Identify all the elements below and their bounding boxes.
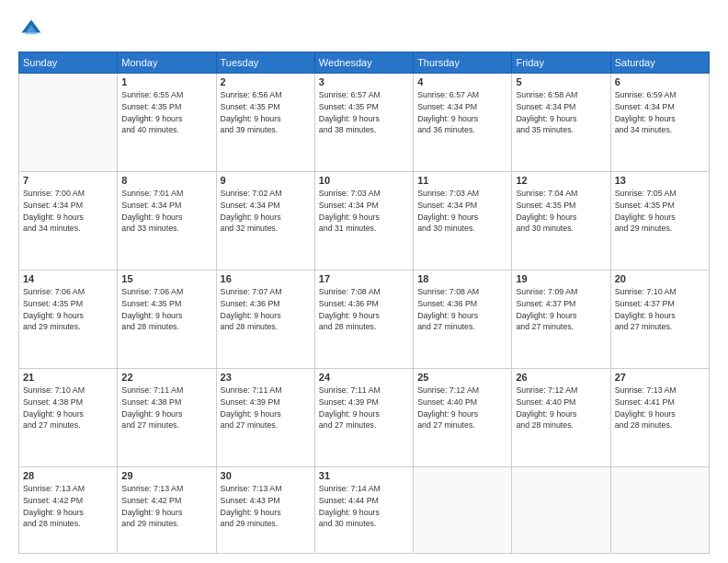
day-info: Sunrise: 7:08 AM Sunset: 4:36 PM Dayligh… bbox=[417, 286, 507, 333]
calendar-cell: 28Sunrise: 7:13 AM Sunset: 4:42 PM Dayli… bbox=[19, 467, 118, 554]
day-info: Sunrise: 7:02 AM Sunset: 4:34 PM Dayligh… bbox=[221, 188, 311, 235]
calendar-cell: 23Sunrise: 7:11 AM Sunset: 4:39 PM Dayli… bbox=[216, 369, 314, 467]
col-header-tuesday: Tuesday bbox=[216, 52, 314, 74]
calendar-cell: 10Sunrise: 7:03 AM Sunset: 4:34 PM Dayli… bbox=[314, 172, 413, 270]
day-info: Sunrise: 7:13 AM Sunset: 4:41 PM Dayligh… bbox=[615, 385, 705, 431]
calendar-cell: 18Sunrise: 7:08 AM Sunset: 4:36 PM Dayli… bbox=[414, 270, 512, 369]
day-info: Sunrise: 7:06 AM Sunset: 4:35 PM Dayligh… bbox=[23, 286, 113, 333]
day-number: 18 bbox=[417, 273, 507, 284]
calendar-cell bbox=[414, 467, 512, 554]
day-number: 4 bbox=[417, 76, 507, 87]
day-info: Sunrise: 7:06 AM Sunset: 4:35 PM Dayligh… bbox=[121, 286, 211, 333]
header bbox=[18, 17, 710, 42]
calendar-cell: 1Sunrise: 6:55 AM Sunset: 4:35 PM Daylig… bbox=[118, 74, 216, 172]
day-number: 19 bbox=[516, 273, 606, 284]
day-number: 25 bbox=[417, 372, 507, 383]
calendar-cell: 31Sunrise: 7:14 AM Sunset: 4:44 PM Dayli… bbox=[314, 467, 413, 554]
day-info: Sunrise: 6:58 AM Sunset: 4:34 PM Dayligh… bbox=[516, 89, 606, 136]
calendar-cell bbox=[610, 467, 709, 554]
day-number: 20 bbox=[615, 273, 705, 284]
day-number: 1 bbox=[121, 76, 211, 87]
day-number: 29 bbox=[121, 470, 211, 481]
day-info: Sunrise: 7:13 AM Sunset: 4:43 PM Dayligh… bbox=[221, 483, 311, 530]
day-number: 6 bbox=[615, 76, 705, 87]
col-header-thursday: Thursday bbox=[414, 52, 512, 74]
calendar-cell: 17Sunrise: 7:08 AM Sunset: 4:36 PM Dayli… bbox=[314, 270, 413, 369]
day-info: Sunrise: 7:11 AM Sunset: 4:39 PM Dayligh… bbox=[319, 385, 409, 431]
day-number: 3 bbox=[319, 76, 409, 87]
week-row-4: 28Sunrise: 7:13 AM Sunset: 4:42 PM Dayli… bbox=[19, 467, 710, 554]
col-header-sunday: Sunday bbox=[19, 52, 118, 74]
week-row-2: 14Sunrise: 7:06 AM Sunset: 4:35 PM Dayli… bbox=[19, 270, 710, 369]
day-number: 10 bbox=[319, 175, 409, 186]
col-header-saturday: Saturday bbox=[610, 52, 709, 74]
day-number: 27 bbox=[615, 372, 705, 383]
calendar-cell: 5Sunrise: 6:58 AM Sunset: 4:34 PM Daylig… bbox=[512, 74, 610, 172]
day-info: Sunrise: 6:59 AM Sunset: 4:34 PM Dayligh… bbox=[615, 89, 705, 136]
day-info: Sunrise: 7:10 AM Sunset: 4:38 PM Dayligh… bbox=[23, 385, 113, 431]
day-info: Sunrise: 7:11 AM Sunset: 4:38 PM Dayligh… bbox=[121, 385, 211, 431]
logo bbox=[18, 17, 48, 42]
day-number: 14 bbox=[23, 273, 113, 284]
calendar-cell: 12Sunrise: 7:04 AM Sunset: 4:35 PM Dayli… bbox=[512, 172, 610, 270]
day-info: Sunrise: 7:13 AM Sunset: 4:42 PM Dayligh… bbox=[23, 483, 113, 530]
calendar-table: SundayMondayTuesdayWednesdayThursdayFrid… bbox=[18, 52, 710, 554]
week-row-1: 7Sunrise: 7:00 AM Sunset: 4:34 PM Daylig… bbox=[19, 172, 710, 270]
day-number: 31 bbox=[319, 470, 409, 481]
day-number: 12 bbox=[516, 175, 606, 186]
col-header-wednesday: Wednesday bbox=[314, 52, 413, 74]
day-number: 15 bbox=[121, 273, 211, 284]
day-info: Sunrise: 7:03 AM Sunset: 4:34 PM Dayligh… bbox=[319, 188, 409, 235]
calendar-cell: 27Sunrise: 7:13 AM Sunset: 4:41 PM Dayli… bbox=[610, 369, 709, 467]
day-info: Sunrise: 6:57 AM Sunset: 4:35 PM Dayligh… bbox=[319, 89, 409, 136]
day-info: Sunrise: 7:13 AM Sunset: 4:42 PM Dayligh… bbox=[121, 483, 211, 530]
day-info: Sunrise: 6:57 AM Sunset: 4:34 PM Dayligh… bbox=[417, 89, 507, 136]
day-info: Sunrise: 7:01 AM Sunset: 4:34 PM Dayligh… bbox=[121, 188, 211, 235]
day-number: 16 bbox=[221, 273, 311, 284]
day-info: Sunrise: 7:11 AM Sunset: 4:39 PM Dayligh… bbox=[221, 385, 311, 431]
day-info: Sunrise: 7:12 AM Sunset: 4:40 PM Dayligh… bbox=[516, 385, 606, 431]
calendar-cell: 8Sunrise: 7:01 AM Sunset: 4:34 PM Daylig… bbox=[118, 172, 216, 270]
calendar-cell: 29Sunrise: 7:13 AM Sunset: 4:42 PM Dayli… bbox=[118, 467, 216, 554]
calendar-cell: 6Sunrise: 6:59 AM Sunset: 4:34 PM Daylig… bbox=[610, 74, 709, 172]
calendar-cell: 30Sunrise: 7:13 AM Sunset: 4:43 PM Dayli… bbox=[216, 467, 314, 554]
day-number: 5 bbox=[516, 76, 606, 87]
calendar-cell bbox=[512, 467, 610, 554]
day-info: Sunrise: 7:05 AM Sunset: 4:35 PM Dayligh… bbox=[615, 188, 705, 235]
day-info: Sunrise: 7:00 AM Sunset: 4:34 PM Dayligh… bbox=[23, 188, 113, 235]
calendar-cell: 20Sunrise: 7:10 AM Sunset: 4:37 PM Dayli… bbox=[610, 270, 709, 369]
calendar-cell: 16Sunrise: 7:07 AM Sunset: 4:36 PM Dayli… bbox=[216, 270, 314, 369]
col-header-monday: Monday bbox=[118, 52, 216, 74]
day-info: Sunrise: 7:10 AM Sunset: 4:37 PM Dayligh… bbox=[615, 286, 705, 333]
calendar-cell: 11Sunrise: 7:03 AM Sunset: 4:34 PM Dayli… bbox=[414, 172, 512, 270]
day-number: 26 bbox=[516, 372, 606, 383]
day-info: Sunrise: 7:12 AM Sunset: 4:40 PM Dayligh… bbox=[417, 385, 507, 431]
calendar-cell: 24Sunrise: 7:11 AM Sunset: 4:39 PM Dayli… bbox=[314, 369, 413, 467]
day-info: Sunrise: 7:07 AM Sunset: 4:36 PM Dayligh… bbox=[221, 286, 311, 333]
day-info: Sunrise: 6:55 AM Sunset: 4:35 PM Dayligh… bbox=[121, 89, 211, 136]
calendar-cell: 21Sunrise: 7:10 AM Sunset: 4:38 PM Dayli… bbox=[19, 369, 118, 467]
page: SundayMondayTuesdayWednesdayThursdayFrid… bbox=[0, 0, 728, 563]
calendar-cell: 9Sunrise: 7:02 AM Sunset: 4:34 PM Daylig… bbox=[216, 172, 314, 270]
calendar-cell: 19Sunrise: 7:09 AM Sunset: 4:37 PM Dayli… bbox=[512, 270, 610, 369]
day-number: 24 bbox=[319, 372, 409, 383]
day-number: 28 bbox=[23, 470, 113, 481]
week-row-0: 1Sunrise: 6:55 AM Sunset: 4:35 PM Daylig… bbox=[19, 74, 710, 172]
calendar-cell: 14Sunrise: 7:06 AM Sunset: 4:35 PM Dayli… bbox=[19, 270, 118, 369]
calendar-cell: 25Sunrise: 7:12 AM Sunset: 4:40 PM Dayli… bbox=[414, 369, 512, 467]
calendar-cell: 2Sunrise: 6:56 AM Sunset: 4:35 PM Daylig… bbox=[216, 74, 314, 172]
calendar-cell: 13Sunrise: 7:05 AM Sunset: 4:35 PM Dayli… bbox=[610, 172, 709, 270]
calendar-cell: 15Sunrise: 7:06 AM Sunset: 4:35 PM Dayli… bbox=[118, 270, 216, 369]
day-number: 8 bbox=[121, 175, 211, 186]
day-info: Sunrise: 7:03 AM Sunset: 4:34 PM Dayligh… bbox=[417, 188, 507, 235]
calendar-cell: 3Sunrise: 6:57 AM Sunset: 4:35 PM Daylig… bbox=[314, 74, 413, 172]
calendar-cell: 7Sunrise: 7:00 AM Sunset: 4:34 PM Daylig… bbox=[19, 172, 118, 270]
col-header-friday: Friday bbox=[512, 52, 610, 74]
calendar-cell: 4Sunrise: 6:57 AM Sunset: 4:34 PM Daylig… bbox=[414, 74, 512, 172]
day-number: 21 bbox=[23, 372, 113, 383]
day-info: Sunrise: 7:04 AM Sunset: 4:35 PM Dayligh… bbox=[516, 188, 606, 235]
day-info: Sunrise: 6:56 AM Sunset: 4:35 PM Dayligh… bbox=[221, 89, 311, 136]
day-info: Sunrise: 7:08 AM Sunset: 4:36 PM Dayligh… bbox=[319, 286, 409, 333]
calendar-cell bbox=[19, 74, 118, 172]
week-row-3: 21Sunrise: 7:10 AM Sunset: 4:38 PM Dayli… bbox=[19, 369, 710, 467]
